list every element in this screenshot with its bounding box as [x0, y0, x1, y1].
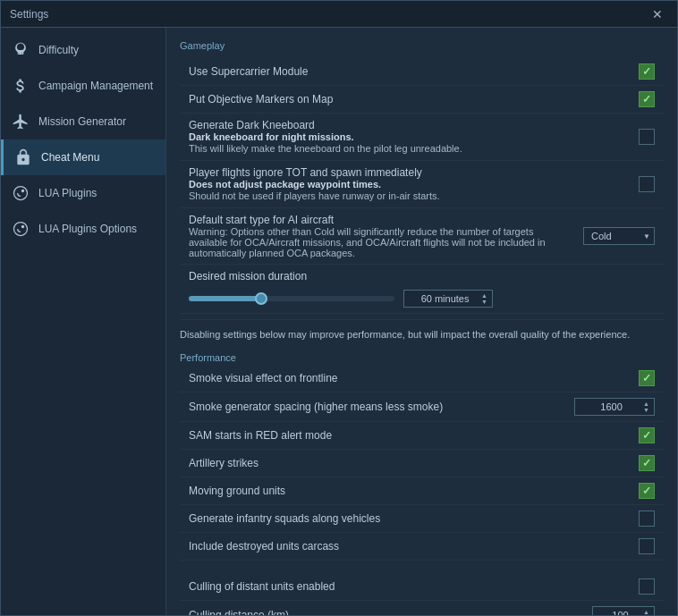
sidebar-item-lua[interactable]: LUA Plugins [1, 175, 165, 211]
kneeboard-main-label: Generate Dark Kneeboard [189, 119, 639, 131]
kneeboard-desc: Generate Dark Kneeboard Dark kneeboard f… [189, 119, 639, 155]
lua2-icon [12, 220, 30, 238]
culling-distance-arrows[interactable]: ▲ ▼ [643, 609, 649, 615]
infantry-row: Generate infantry squads along vehicles [180, 505, 664, 533]
player-flights-note: Should not be used if players have runwa… [189, 190, 440, 201]
smoke-visual-checkbox[interactable] [639, 370, 655, 386]
svg-point-3 [21, 225, 24, 228]
markers-label: Put Objective Markers on Map [189, 93, 639, 105]
svg-point-1 [21, 190, 24, 192]
smoke-spacing-up[interactable]: ▲ [643, 401, 649, 407]
default-start-desc: Default start type for AI aircraft Warni… [189, 214, 583, 258]
lock-icon [14, 148, 32, 166]
main-content: Difficulty Campaign Management Mission G… [1, 28, 677, 615]
kneeboard-row: Generate Dark Kneeboard Dark kneeboard f… [180, 114, 664, 161]
culling-distance-spinbox[interactable]: 100 ▲ ▼ [592, 606, 655, 615]
duration-arrows[interactable]: ▲ ▼ [481, 292, 487, 305]
sam-red-row: SAM starts in RED alert mode [180, 422, 664, 450]
default-start-warn: Warning: Options other than Cold will si… [189, 226, 564, 258]
culling-distance-up[interactable]: ▲ [643, 609, 649, 615]
svg-point-2 [14, 223, 28, 236]
culling-enabled-label: Culling of distant units enabled [189, 580, 639, 593]
culling-enabled-row: Culling of distant units enabled [180, 573, 664, 601]
skull-icon [12, 41, 30, 59]
mission-duration-row: Desired mission duration 60 minutes ▲ ▼ [180, 265, 664, 314]
duration-down-arrow[interactable]: ▼ [481, 299, 487, 305]
artillery-row: Artillery strikes [180, 450, 664, 477]
markers-checkbox[interactable] [639, 91, 655, 107]
duration-up-arrow[interactable]: ▲ [481, 292, 487, 299]
slider-track[interactable] [189, 296, 394, 301]
smoke-visual-row: Smoke visual effect on frontline [180, 365, 664, 392]
smoke-visual-label: Smoke visual effect on frontline [189, 372, 639, 384]
sidebar-label-cheat: Cheat Menu [41, 151, 99, 164]
smoke-spacing-value: 1600 [580, 401, 643, 412]
infantry-label: Generate infantry squads along vehicles [189, 512, 639, 525]
sidebar-label-mission: Mission Generator [38, 115, 126, 128]
player-flights-bold: Does not adjust package waypoint times. [189, 179, 639, 190]
kneeboard-note: This will likely make the kneeboard on t… [189, 143, 462, 154]
carcass-checkbox[interactable] [639, 538, 655, 554]
sidebar-label-difficulty: Difficulty [38, 44, 79, 56]
smoke-spacing-row: Smoke generator spacing (higher means le… [180, 392, 664, 422]
smoke-spacing-arrows[interactable]: ▲ ▼ [643, 401, 649, 413]
sidebar-label-campaign: Campaign Management [38, 80, 153, 92]
sidebar-item-difficulty[interactable]: Difficulty [1, 32, 165, 68]
svg-point-0 [14, 187, 28, 200]
smoke-spacing-down[interactable]: ▼ [643, 407, 649, 413]
smoke-spacing-label: Smoke generator spacing (higher means le… [189, 401, 574, 413]
moving-ground-label: Moving ground units [189, 485, 639, 497]
player-flights-main-label: Player flights ignore TOT and spawn imme… [189, 166, 639, 179]
slider-container: 60 minutes ▲ ▼ [189, 290, 655, 308]
lua-icon [12, 184, 30, 202]
culling-enabled-checkbox[interactable] [639, 578, 655, 595]
gameplay-section-header: Gameplay [180, 40, 664, 51]
sidebar-item-cheat[interactable]: Cheat Menu [1, 139, 165, 175]
player-flights-checkbox[interactable] [639, 176, 655, 192]
supercarrier-checkbox[interactable] [639, 63, 655, 80]
carcass-row: Include destroyed units carcass [180, 533, 664, 561]
carcass-label: Include destroyed units carcass [189, 540, 639, 553]
window-title: Settings [10, 8, 48, 21]
supercarrier-label: Use Supercarrier Module [189, 65, 639, 78]
default-start-dropdown-wrapper[interactable]: Cold Warm Hot Runway [583, 227, 655, 245]
sidebar-label-lua: LUA Plugins [38, 187, 97, 199]
default-start-dropdown[interactable]: Cold Warm Hot Runway [583, 227, 655, 245]
sidebar-label-lua-options: LUA Plugins Options [38, 223, 137, 235]
sam-red-checkbox[interactable] [639, 427, 655, 443]
duration-value: 60 minutes [409, 293, 481, 304]
slider-thumb[interactable] [255, 292, 267, 305]
culling-distance-row: Culling distance (km) 100 ▲ ▼ [180, 601, 664, 615]
title-bar: Settings ✕ [1, 1, 677, 28]
mission-duration-container: Desired mission duration 60 minutes ▲ ▼ [189, 270, 655, 308]
content-area: Gameplay Use Supercarrier Module Put Obj… [166, 28, 677, 615]
slider-fill [189, 296, 261, 301]
sidebar-item-campaign[interactable]: Campaign Management [1, 68, 165, 104]
default-start-row: Default start type for AI aircraft Warni… [180, 208, 664, 265]
artillery-checkbox[interactable] [639, 455, 655, 471]
artillery-label: Artillery strikes [189, 457, 639, 469]
culling-distance-label: Culling distance (km) [189, 609, 592, 615]
kneeboard-bold: Dark kneeboard for night missions. [189, 131, 639, 142]
plane-icon [12, 113, 30, 131]
sidebar-item-lua-options[interactable]: LUA Plugins Options [1, 211, 165, 247]
close-button[interactable]: ✕ [647, 5, 668, 23]
sam-red-label: SAM starts in RED alert mode [189, 429, 639, 442]
performance-note: Disabling settings below may improve per… [180, 319, 664, 343]
player-flights-desc: Player flights ignore TOT and spawn imme… [189, 166, 639, 202]
infantry-checkbox[interactable] [639, 511, 655, 527]
duration-spinbox[interactable]: 60 minutes ▲ ▼ [403, 290, 493, 308]
kneeboard-checkbox[interactable] [639, 129, 655, 145]
player-flights-row: Player flights ignore TOT and spawn imme… [180, 161, 664, 208]
settings-window: Settings ✕ Difficulty Campaign Managemen… [0, 0, 678, 616]
mission-duration-label: Desired mission duration [189, 270, 655, 283]
markers-row: Put Objective Markers on Map [180, 86, 664, 114]
dollar-icon [12, 77, 30, 95]
smoke-spacing-spinbox[interactable]: 1600 ▲ ▼ [574, 398, 655, 416]
sidebar-item-mission[interactable]: Mission Generator [1, 104, 165, 139]
moving-ground-row: Moving ground units [180, 477, 664, 505]
moving-ground-checkbox[interactable] [639, 483, 655, 499]
performance-section-header: Performance [180, 347, 664, 365]
divider [180, 561, 664, 573]
supercarrier-row: Use Supercarrier Module [180, 58, 664, 86]
